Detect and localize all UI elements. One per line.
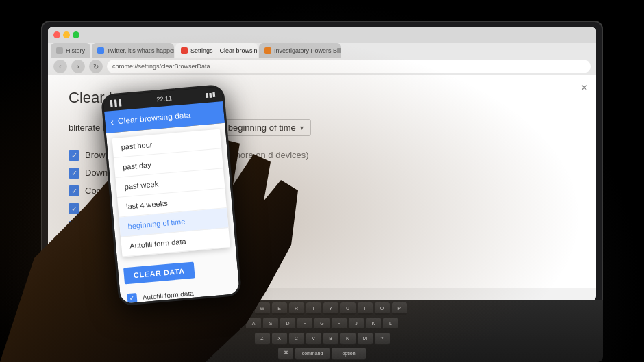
phone-cb-autofill-label: Autofill form data <box>142 289 194 300</box>
close-traffic-light[interactable] <box>53 31 60 38</box>
phone-clear-data-button[interactable]: CLEAR DATA <box>123 262 195 285</box>
tab-twitter[interactable]: Twitter, it's what's happening... <box>92 43 174 58</box>
key-v[interactable]: V <box>306 333 321 345</box>
keyboard-row-1: Q W E R T Y U I O P <box>238 302 407 315</box>
key-o[interactable]: O <box>375 302 390 315</box>
address-bar[interactable]: chrome://settings/clearBrowserData <box>107 60 591 73</box>
forward-button[interactable]: › <box>71 60 85 73</box>
minimize-traffic-light[interactable] <box>63 31 70 38</box>
cb-cached-box[interactable]: ✓ <box>69 203 79 214</box>
key-k[interactable]: K <box>366 318 381 330</box>
key-m[interactable]: M <box>358 333 373 345</box>
close-dialog-button[interactable]: × <box>580 81 588 95</box>
key-option[interactable]: option <box>332 348 366 360</box>
phone-signal: ▌▌▌ <box>110 99 124 107</box>
tab-settings[interactable]: Settings – Clear browsing data <box>175 43 258 58</box>
titlebar <box>48 27 596 43</box>
back-button[interactable]: ‹ <box>53 60 67 73</box>
phone-back-button[interactable]: ‹ <box>110 116 114 127</box>
phone-cb-autofill-box[interactable]: ✓ <box>127 293 137 303</box>
key-t[interactable]: T <box>306 302 321 315</box>
key-c[interactable]: C <box>289 333 304 345</box>
key-question[interactable]: ? <box>375 333 390 345</box>
tab-investigatory-favicon <box>264 47 271 54</box>
keyboard-row-2: A S D F G H J K L <box>246 318 398 330</box>
key-j[interactable]: J <box>349 318 364 330</box>
keyboard-row-3: Z X C V B N M ? <box>255 333 390 345</box>
key-u[interactable]: U <box>340 302 356 315</box>
tabs-bar: History Twitter, it's what's happening..… <box>48 43 596 59</box>
phone-time: 22:11 <box>156 94 172 103</box>
key-x[interactable]: X <box>272 333 287 345</box>
key-i[interactable]: I <box>358 302 373 315</box>
tab-twitter-favicon <box>97 47 104 54</box>
phone-content: past hour past day past week last 4 week… <box>106 123 240 304</box>
key-s[interactable]: S <box>263 318 278 330</box>
tab-history[interactable]: History <box>51 43 90 58</box>
dropdown-arrow-icon: ▾ <box>300 124 304 131</box>
key-f[interactable]: F <box>297 318 312 330</box>
cb-browsing-history-box[interactable]: ✓ <box>69 150 79 161</box>
key-b[interactable]: B <box>323 333 338 345</box>
tab-history-favicon <box>56 47 63 54</box>
phone-dropdown-list: past hour past day past week last 4 week… <box>112 129 230 257</box>
key-g[interactable]: G <box>314 318 330 330</box>
address-bar-row: ‹ › ↻ chrome://settings/clearBrowserData <box>48 58 596 75</box>
cb-cookies-box[interactable]: ✓ <box>69 185 79 196</box>
browser-chrome: History Twitter, it's what's happening..… <box>48 27 596 75</box>
phone: ▌▌▌ 22:11 ▮▮▮ ‹ Clear browsing data past… <box>101 84 242 307</box>
key-d[interactable]: D <box>280 318 295 330</box>
phone-battery: ▮▮▮ <box>205 91 216 99</box>
key-command[interactable]: command <box>295 348 330 360</box>
key-h[interactable]: H <box>332 318 347 330</box>
key-p[interactable]: P <box>392 302 407 315</box>
key-y[interactable]: Y <box>323 302 338 315</box>
maximize-traffic-light[interactable] <box>73 31 79 38</box>
key-z[interactable]: Z <box>255 333 270 345</box>
reload-button[interactable]: ↻ <box>89 60 103 73</box>
cb-download-history-box[interactable]: ✓ <box>69 168 79 179</box>
key-l[interactable]: L <box>383 318 398 330</box>
tab-settings-favicon <box>181 47 188 54</box>
key-r[interactable]: R <box>289 302 304 315</box>
key-cmd-symbol[interactable]: ⌘ <box>278 348 293 360</box>
tab-investigatory[interactable]: Investigatory Powers Bill rece... <box>259 43 341 58</box>
keyboard-row-4: ⌘ command option <box>278 348 366 360</box>
key-e[interactable]: E <box>272 302 287 315</box>
key-n[interactable]: N <box>340 333 356 345</box>
phone-nav-title: Clear browsing data <box>117 110 191 126</box>
